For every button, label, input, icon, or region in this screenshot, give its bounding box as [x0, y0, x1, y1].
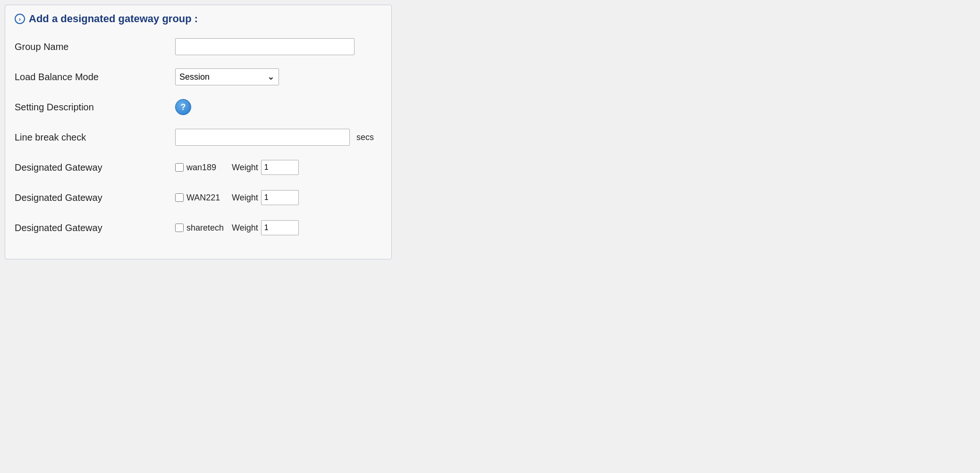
weight-input-1[interactable]: [261, 190, 299, 205]
load-balance-control: Session Round Robin Spillover ⌄: [175, 68, 382, 85]
designated-gateway-label-1: Designated Gateway: [15, 192, 175, 203]
designated-gateway-name-0: wan189: [186, 163, 224, 173]
designated-gateway-checkbox-2[interactable]: [175, 224, 184, 232]
designated-gateway-checkbox-1[interactable]: [175, 193, 184, 202]
weight-label-0: Weight: [232, 163, 258, 173]
designated-gateway-row-1: Designated Gateway WAN221 Weight: [15, 187, 382, 208]
load-balance-label: Load Balance Mode: [15, 72, 175, 83]
load-balance-select-wrapper: Session Round Robin Spillover ⌄: [175, 68, 279, 85]
designated-gateway-row-0: Designated Gateway wan189 Weight: [15, 157, 382, 178]
designated-gateway-label-0: Designated Gateway: [15, 162, 175, 173]
secs-label: secs: [356, 133, 374, 142]
designated-gateway-row-2: Designated Gateway sharetech Weight: [15, 217, 382, 238]
setting-description-row: Setting Description ?: [15, 97, 382, 117]
load-balance-select[interactable]: Session Round Robin Spillover: [175, 68, 279, 85]
line-break-check-input[interactable]: [175, 129, 350, 146]
line-break-check-label: Line break check: [15, 132, 175, 143]
gateway-rows-container: Designated Gateway wan189 Weight Designa…: [15, 157, 382, 238]
group-name-row: Group Name: [15, 36, 382, 57]
setting-description-control: ?: [175, 99, 382, 115]
weight-label-1: Weight: [232, 193, 258, 203]
designated-gateway-control-0: wan189 Weight: [175, 160, 382, 175]
designated-gateway-checkbox-0[interactable]: [175, 163, 184, 172]
setting-description-label: Setting Description: [15, 102, 175, 113]
line-break-check-control: secs: [175, 129, 382, 146]
title-row: › Add a designated gateway group :: [15, 13, 382, 25]
chevron-right-icon: ›: [15, 14, 25, 24]
weight-input-0[interactable]: [261, 160, 299, 175]
form-title: Add a designated gateway group :: [29, 13, 198, 25]
designated-gateway-control-2: sharetech Weight: [175, 220, 382, 235]
line-break-check-row: Line break check secs: [15, 127, 382, 148]
load-balance-row: Load Balance Mode Session Round Robin Sp…: [15, 66, 382, 87]
form-container: › Add a designated gateway group : Group…: [5, 5, 392, 259]
designated-gateway-label-2: Designated Gateway: [15, 223, 175, 233]
help-icon[interactable]: ?: [175, 99, 191, 115]
group-name-label: Group Name: [15, 41, 175, 52]
designated-gateway-control-1: WAN221 Weight: [175, 190, 382, 205]
group-name-control: [175, 38, 382, 55]
designated-gateway-name-2: sharetech: [186, 223, 224, 233]
weight-label-2: Weight: [232, 223, 258, 233]
weight-input-2[interactable]: [261, 220, 299, 235]
designated-gateway-name-1: WAN221: [186, 193, 224, 203]
group-name-input[interactable]: [175, 38, 355, 55]
